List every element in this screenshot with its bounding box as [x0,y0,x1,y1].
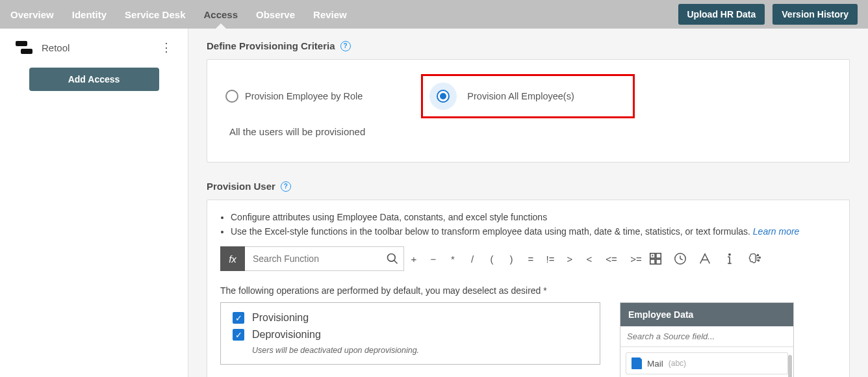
op-gt[interactable]: > [560,254,580,265]
function-toolbar: fx + − * / ( ) = != > < <= >= [220,246,836,271]
criteria-title-text: Define Provisioning Criteria [207,40,335,51]
svg-rect-4 [650,259,655,264]
search-function-input[interactable] [245,246,404,271]
help-icon[interactable]: ? [340,41,351,51]
nav-tab-identity[interactable]: Identity [72,1,107,28]
app-name-label: Retool [42,42,70,53]
scrollbar-icon[interactable] [788,355,792,377]
nav-tabs: Overview Identity Service Desk Access Ob… [10,1,347,28]
op-gte[interactable]: >= [624,254,648,265]
radio-provision-by-role[interactable]: Provision Employee by Role [225,90,363,103]
svg-line-10 [680,259,683,260]
bullet-item: Use the Excel-style functions in the too… [231,225,836,239]
employee-data-header: Employee Data [620,303,793,326]
checkbox-provisioning[interactable]: ✓ [233,312,244,324]
svg-line-1 [394,261,398,264]
add-access-button[interactable]: Add Access [29,68,159,91]
learn-more-link[interactable]: Learn more [753,226,800,237]
criteria-section-title: Define Provisioning Criteria ? [207,40,850,51]
svg-point-0 [388,254,396,262]
ops-instruction: The following operations are performed b… [220,285,836,296]
employee-data-search-input[interactable] [620,326,793,347]
field-label: Mail [647,359,663,369]
main-content: Define Provisioning Criteria ? Provision… [188,29,868,377]
clock-icon[interactable] [673,252,698,266]
nav-tab-service-desk[interactable]: Service Desk [125,1,185,28]
deprovisioning-label: Deprovisioning [252,329,321,341]
version-history-button[interactable]: Version History [772,4,858,25]
op-lte[interactable]: <= [599,254,624,265]
op-lt[interactable]: < [580,254,599,265]
op-plus[interactable]: + [404,254,424,265]
info-icon[interactable] [722,252,747,266]
op-not-equals[interactable]: != [541,254,560,265]
provision-user-title: Provision User ? [207,181,850,192]
upload-hr-data-button[interactable]: Upload HR Data [678,4,765,25]
employee-field-item[interactable]: Mail (abc) [626,352,788,374]
svg-rect-5 [656,259,661,264]
nav-tab-review[interactable]: Review [313,1,347,28]
radio-provision-all[interactable]: Provision All Employee(s) [429,83,574,110]
op-divide[interactable]: / [463,254,482,265]
calculator-icon[interactable] [648,252,673,266]
bullet-list: Configure attributes using Employee Data… [220,211,836,239]
employee-data-panel: Employee Data Mail (abc) Alias (mailNick… [620,302,794,377]
op-minus[interactable]: − [424,254,443,265]
nav-buttons: Upload HR Data Version History [678,4,858,25]
checkbox-deprovisioning[interactable]: ✓ [233,329,244,341]
nav-tab-observe[interactable]: Observe [256,1,295,28]
radio-all-label: Provision All Employee(s) [467,91,574,101]
radio-unchecked-icon [225,90,238,103]
field-type: (abc) [669,359,686,368]
highlight-box: Provision All Employee(s) [421,74,634,118]
brain-icon[interactable] [747,252,772,266]
op-paren-open[interactable]: ( [482,254,502,265]
svg-rect-3 [656,254,661,258]
sidebar: Retool ⋮ Add Access [0,29,188,377]
fx-badge-icon: fx [220,246,245,271]
op-multiply[interactable]: * [443,254,463,265]
nav-tab-access[interactable]: Access [203,1,238,28]
operations-box: ✓ Provisioning ✓ Deprovisioning Users wi… [220,302,600,365]
top-nav: Overview Identity Service Desk Access Ob… [0,0,868,29]
radio-halo-icon [429,83,457,110]
svg-line-21 [756,260,759,261]
criteria-panel: Provision Employee by Role Provision All… [207,59,850,162]
search-icon[interactable] [386,252,399,265]
criteria-hint: All the users will be provisioned [229,126,831,137]
radio-checked-icon [437,90,450,103]
svg-line-20 [756,258,760,259]
text-icon[interactable] [698,252,722,266]
provision-user-panel: Configure attributes using Employee Data… [207,200,850,377]
provisioning-label: Provisioning [252,312,309,324]
bullet-item: Configure attributes using Employee Data… [231,211,836,225]
field-icon [632,358,642,369]
help-icon[interactable]: ? [281,181,291,192]
deprov-note: Users will be deactivated upon deprovisi… [252,346,588,355]
svg-point-12 [729,254,730,255]
radio-role-label: Provision Employee by Role [245,91,363,101]
nav-tab-overview[interactable]: Overview [10,1,54,28]
provision-user-title-text: Provision User [207,181,275,192]
op-equals[interactable]: = [521,254,541,265]
kebab-menu-icon[interactable]: ⋮ [160,40,172,55]
op-paren-close[interactable]: ) [502,254,521,265]
app-logo-icon [16,41,32,54]
